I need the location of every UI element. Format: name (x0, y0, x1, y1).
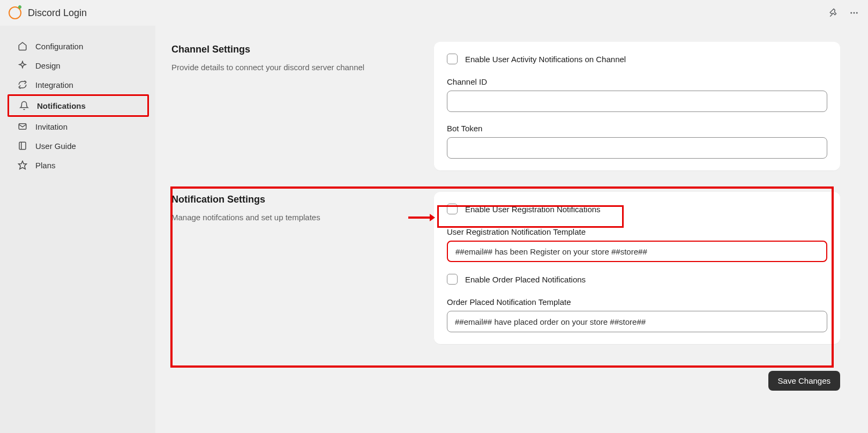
topbar: Discord Login (0, 0, 868, 26)
enable-registration-label: Enable User Registration Notifications (465, 205, 601, 214)
sync-icon (17, 79, 28, 90)
envelope-icon (17, 121, 28, 132)
registration-template-input[interactable] (447, 241, 827, 262)
enable-order-label: Enable Order Placed Notifications (465, 275, 586, 284)
section-desc: Provide details to connect your discord … (171, 63, 423, 72)
sidebar-item-user-guide[interactable]: User Guide (13, 136, 149, 155)
svg-point-2 (856, 12, 858, 14)
sidebar-item-plans[interactable]: Plans (13, 155, 149, 175)
sidebar-item-label: Integration (35, 80, 73, 89)
order-template-input[interactable] (447, 311, 827, 332)
sidebar-item-label: Notifications (37, 101, 86, 110)
sidebar-item-label: Design (35, 61, 61, 70)
topbar-right (828, 8, 859, 18)
app-logo-icon (9, 6, 21, 19)
sidebar-item-notifications[interactable]: Notifications (14, 96, 147, 115)
book-icon (17, 140, 28, 151)
annotation-highlight-notifications: Notifications (8, 94, 149, 117)
registration-template-label: User Registration Notification Template (447, 227, 827, 236)
svg-marker-6 (19, 161, 27, 169)
sidebar-item-label: User Guide (35, 141, 76, 151)
order-template-label: Order Placed Notification Template (447, 297, 827, 307)
sidebar: Configuration Design Integration Notific… (0, 26, 155, 433)
enable-order-checkbox[interactable] (447, 274, 458, 285)
channel-id-input[interactable] (447, 91, 827, 112)
sidebar-item-design[interactable]: Design (13, 56, 149, 75)
notification-settings-card: Enable User Registration Notifications U… (434, 192, 840, 344)
bot-token-input[interactable] (447, 137, 827, 159)
section-title: Channel Settings (171, 44, 423, 55)
enable-registration-checkbox[interactable] (447, 204, 458, 214)
sparkle-icon (17, 60, 28, 71)
svg-rect-4 (19, 142, 26, 150)
enable-activity-row: Enable User Activity Notifications on Ch… (447, 54, 827, 64)
svg-point-0 (850, 12, 852, 14)
topbar-left: Discord Login (9, 6, 87, 19)
sidebar-item-label: Plans (35, 161, 56, 170)
bot-token-label: Bot Token (447, 124, 827, 133)
bell-icon (19, 100, 29, 111)
pin-icon[interactable] (828, 8, 839, 18)
svg-point-1 (854, 12, 855, 14)
enable-order-row: Enable Order Placed Notifications (447, 274, 827, 285)
sidebar-item-label: Configuration (35, 42, 83, 51)
section-desc: Manage notifcations and set up templates (171, 213, 423, 222)
star-icon (17, 160, 28, 170)
sidebar-item-label: Invitation (35, 122, 68, 131)
sidebar-item-invitation[interactable]: Invitation (13, 117, 149, 136)
sidebar-item-integration[interactable]: Integration (13, 75, 149, 94)
page-title: Discord Login (28, 8, 87, 19)
footer: Save Changes (171, 349, 840, 391)
channel-settings-section: Channel Settings Provide details to conn… (171, 26, 840, 176)
more-icon[interactable] (849, 8, 859, 18)
main-content: Channel Settings Provide details to conn… (155, 26, 868, 433)
enable-activity-checkbox[interactable] (447, 54, 458, 64)
home-icon (17, 41, 28, 51)
enable-registration-row: Enable User Registration Notifications (447, 204, 827, 214)
channel-id-label: Channel ID (447, 77, 827, 86)
channel-settings-card: Enable User Activity Notifications on Ch… (434, 42, 840, 170)
notification-settings-section: Notification Settings Manage notifcation… (171, 176, 840, 349)
section-title: Notification Settings (171, 194, 423, 205)
sidebar-item-configuration[interactable]: Configuration (13, 36, 149, 56)
save-changes-button[interactable]: Save Changes (768, 371, 840, 391)
enable-activity-label: Enable User Activity Notifications on Ch… (465, 55, 626, 64)
